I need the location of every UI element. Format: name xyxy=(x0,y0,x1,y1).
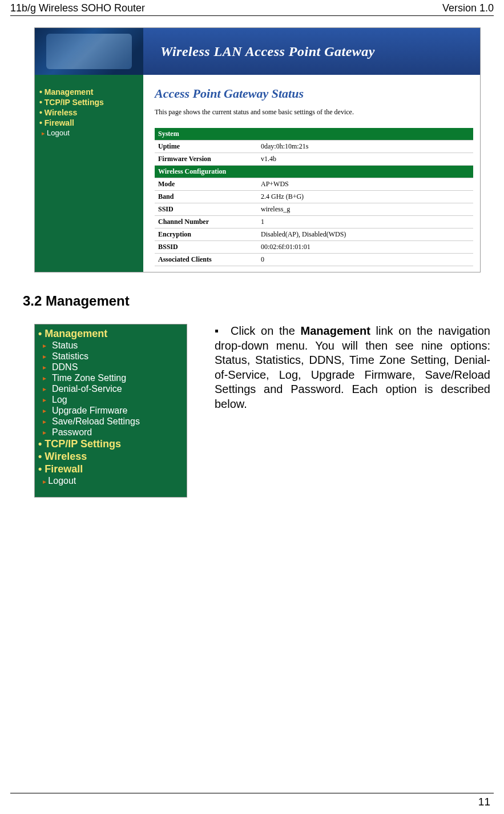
row-ssid-value: wireless_g xyxy=(257,203,473,216)
row-clients-value: 0 xyxy=(257,254,473,266)
menu-dos-label: Denial-of-Service xyxy=(52,384,122,394)
header-right: Version 1.0 xyxy=(442,2,494,14)
banner: Wireless LAN Access Point Gateway xyxy=(143,28,480,75)
header-left: 11b/g Wireless SOHO Router xyxy=(10,2,145,14)
row-mode-value: AP+WDS xyxy=(257,178,473,191)
menu-password[interactable]: Password xyxy=(43,427,183,438)
row-uptime-label: Uptime xyxy=(155,141,257,153)
menu-management[interactable]: Management xyxy=(38,328,183,340)
menu-statistics-label: Statistics xyxy=(52,351,88,362)
row-firmware-label: Firmware Version xyxy=(155,153,257,166)
bullet-icon: ▪ xyxy=(215,324,231,339)
sidebar-item-logout[interactable]: Logout xyxy=(42,129,139,137)
row-mode-label: Mode xyxy=(155,178,257,191)
menu-upgrade-label: Upgrade Firmware xyxy=(52,406,127,416)
section-wireless: Wireless Configuration xyxy=(155,166,473,178)
menu-password-label: Password xyxy=(52,427,92,438)
page-header: 11b/g Wireless SOHO Router Version 1.0 xyxy=(0,0,504,14)
menu-logout[interactable]: Logout xyxy=(43,476,183,486)
sidebar-item-tcpip[interactable]: TCP/IP Settings xyxy=(39,98,139,107)
row-band-value: 2.4 GHz (B+G) xyxy=(257,191,473,203)
row-band-label: Band xyxy=(155,191,257,203)
sidebar-item-management[interactable]: Management xyxy=(39,87,139,97)
screenshot-management-menu: Management Status Statistics DDNS Time Z… xyxy=(34,324,187,498)
page-body: Wireless LAN Access Point Gateway Manage… xyxy=(0,16,504,498)
lower-block: Management Status Statistics DDNS Time Z… xyxy=(11,324,493,498)
row-uptime-value: 0day:0h:10m:21s xyxy=(257,141,473,153)
row-firmware-value: v1.4b xyxy=(257,153,473,166)
menu-firewall[interactable]: Firewall xyxy=(38,463,183,475)
status-sidebar: Management TCP/IP Settings Wireless Fire… xyxy=(35,75,143,272)
menu-statistics[interactable]: Statistics xyxy=(43,351,183,362)
menu-timezone-label: Time Zone Setting xyxy=(52,373,126,383)
row-bssid-label: BSSID xyxy=(155,241,257,254)
row-bssid-value: 00:02:6f:01:01:01 xyxy=(257,241,473,254)
row-encryption-value: Disabled(AP), Disabled(WDS) xyxy=(257,228,473,241)
sidebar-item-firewall[interactable]: Firewall xyxy=(39,118,139,127)
row-ssid-label: SSID xyxy=(155,203,257,216)
menu-wireless[interactable]: Wireless xyxy=(38,451,183,463)
menu-timezone[interactable]: Time Zone Setting xyxy=(43,373,183,383)
menu-upgrade[interactable]: Upgrade Firmware xyxy=(43,406,183,416)
row-channel-label: Channel Number xyxy=(155,216,257,228)
footer-rule xyxy=(10,793,494,793)
menu-savereload-label: Save/Reload Settings xyxy=(52,416,140,427)
para-post: link on the navigation drop-down menu. Y… xyxy=(215,324,490,410)
menu-ddns-label: DDNS xyxy=(52,362,78,372)
screenshot-status-page: Wireless LAN Access Point Gateway Manage… xyxy=(34,27,481,272)
para-pre: Click on the xyxy=(231,324,301,337)
menu-tcpip[interactable]: TCP/IP Settings xyxy=(38,438,183,450)
management-paragraph: ▪Click on the Management link on the nav… xyxy=(215,324,493,412)
menu-status[interactable]: Status xyxy=(43,340,183,351)
menu-status-label: Status xyxy=(52,340,78,351)
para-bold: Management xyxy=(301,324,370,337)
section-system: System xyxy=(155,128,473,141)
status-table: System Uptime0day:0h:10m:21s Firmware Ve… xyxy=(155,128,473,266)
status-title: Access Point Gateway Status xyxy=(155,86,473,101)
row-clients-label: Associated Clients xyxy=(155,254,257,266)
page-number: 11 xyxy=(478,796,490,808)
status-desc: This page shows the current status and s… xyxy=(155,108,473,117)
row-encryption-label: Encryption xyxy=(155,228,257,241)
status-main: Management TCP/IP Settings Wireless Fire… xyxy=(35,75,480,272)
banner-title: Wireless LAN Access Point Gateway xyxy=(160,44,375,59)
menu-ddns[interactable]: DDNS xyxy=(43,362,183,372)
row-channel-value: 1 xyxy=(257,216,473,228)
menu-log[interactable]: Log xyxy=(43,395,183,405)
menu-savereload[interactable]: Save/Reload Settings xyxy=(43,416,183,427)
status-header-bar: Wireless LAN Access Point Gateway xyxy=(35,28,480,75)
status-content: Access Point Gateway Status This page sh… xyxy=(143,75,480,272)
section-heading: 3.2 Management xyxy=(23,293,493,309)
logo-image xyxy=(35,28,143,75)
menu-log-label: Log xyxy=(52,395,67,405)
sidebar-item-wireless[interactable]: Wireless xyxy=(39,108,139,117)
menu-dos[interactable]: Denial-of-Service xyxy=(43,384,183,394)
